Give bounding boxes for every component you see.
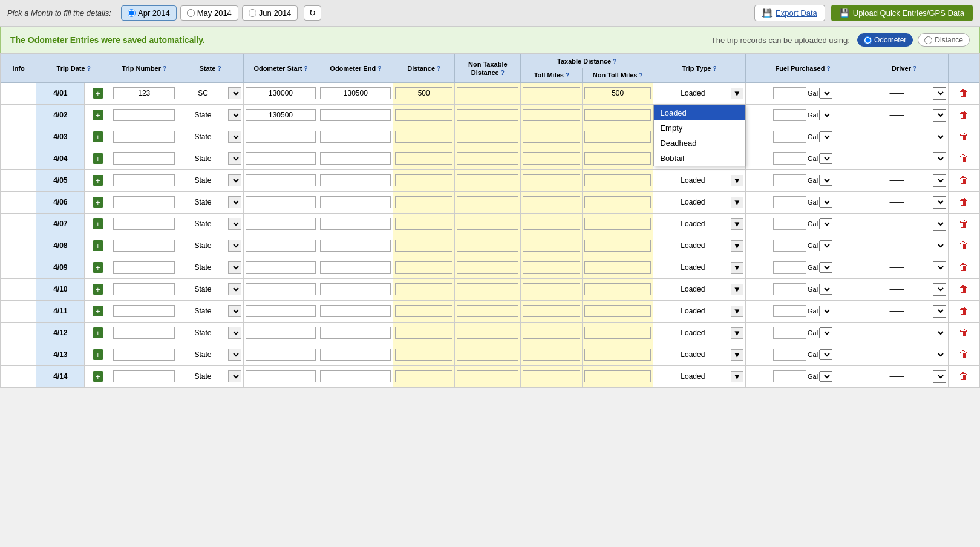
non-tax-input[interactable] <box>457 370 518 382</box>
delete-row-button[interactable]: 🗑 <box>959 218 969 229</box>
add-row-button[interactable]: + <box>93 349 103 360</box>
state-cell-11[interactable]: State <box>177 322 243 344</box>
toll-miles-cell-9[interactable] <box>521 278 583 300</box>
state-select[interactable] <box>228 109 241 121</box>
delete-row-button[interactable]: 🗑 <box>959 240 969 251</box>
non-tax-cell-9[interactable] <box>455 278 521 300</box>
distance-cell-6[interactable] <box>393 213 455 235</box>
unit-select[interactable]: Gal <box>819 175 832 186</box>
add-row-button[interactable]: + <box>93 110 103 120</box>
add-row-button[interactable]: + <box>93 197 103 208</box>
trip-type-dropdown-btn[interactable]: ▼ <box>731 218 743 230</box>
non-toll-input[interactable] <box>584 174 651 186</box>
non-tax-input[interactable] <box>457 283 518 295</box>
non-toll-cell-5[interactable] <box>583 191 653 213</box>
driver-select[interactable] <box>933 196 946 209</box>
driver-cell-0[interactable]: —— <box>860 82 949 104</box>
odo-start-input[interactable] <box>246 261 316 274</box>
odo-end-input[interactable] <box>320 152 391 165</box>
trip-type-cell-4[interactable]: Loaded ▼ <box>653 169 745 191</box>
delete-cell-13[interactable]: 🗑 <box>948 365 979 387</box>
distance-input[interactable] <box>395 174 452 186</box>
non-tax-input[interactable] <box>457 196 518 208</box>
fuel-cell-5[interactable]: Gal Gal <box>745 191 860 213</box>
non-toll-cell-8[interactable] <box>583 257 653 278</box>
state-select[interactable] <box>228 370 241 382</box>
fuel-input[interactable] <box>773 87 806 99</box>
trip-num-input[interactable] <box>113 349 175 361</box>
trip-num-input[interactable] <box>113 327 175 339</box>
odo-end-input[interactable] <box>320 218 391 230</box>
trip-type-cell-8[interactable]: Loaded ▼ <box>653 257 745 278</box>
driver-cell-8[interactable]: —— <box>860 257 949 278</box>
odo-end-input[interactable] <box>320 109 391 121</box>
add-cell-4[interactable]: + <box>85 169 111 191</box>
odo-start-input[interactable] <box>246 240 316 252</box>
distance-cell-8[interactable] <box>393 257 455 278</box>
toll-miles-cell-8[interactable] <box>521 257 583 278</box>
non-tax-cell-8[interactable] <box>455 257 521 278</box>
odo-start-cell-3[interactable] <box>243 148 318 169</box>
driver-select[interactable] <box>933 349 946 361</box>
add-cell-7[interactable]: + <box>85 235 111 257</box>
driver-select[interactable] <box>933 240 946 252</box>
delete-row-button[interactable]: 🗑 <box>959 284 969 295</box>
toll-miles-cell-3[interactable] <box>521 148 583 169</box>
non-tax-input[interactable] <box>457 131 518 143</box>
non-tax-input[interactable] <box>457 327 518 339</box>
distance-input[interactable] <box>395 152 452 165</box>
delete-row-button[interactable]: 🗑 <box>959 88 969 99</box>
odo-start-cell-11[interactable] <box>243 322 318 344</box>
non-toll-input[interactable] <box>584 261 651 274</box>
delete-row-button[interactable]: 🗑 <box>959 131 969 142</box>
delete-row-button[interactable]: 🗑 <box>959 197 969 208</box>
driver-cell-2[interactable]: —— <box>860 126 949 148</box>
toll-miles-input[interactable] <box>523 370 580 382</box>
toll-miles-cell-4[interactable] <box>521 169 583 191</box>
fuel-input[interactable] <box>773 283 806 295</box>
odo-start-cell-4[interactable] <box>243 169 318 191</box>
driver-select[interactable] <box>933 283 946 296</box>
trip-type-cell-10[interactable]: Loaded ▼ <box>653 300 745 322</box>
non-toll-input[interactable] <box>584 327 651 339</box>
month-option-jun2014[interactable]: Jun 2014 <box>242 5 298 21</box>
odo-end-input[interactable] <box>320 283 391 295</box>
delete-cell-0[interactable]: 🗑 <box>948 82 979 104</box>
distance-cell-7[interactable] <box>393 235 455 257</box>
state-select[interactable] <box>228 305 241 317</box>
trip-num-input[interactable] <box>113 261 175 274</box>
odo-start-cell-8[interactable] <box>243 257 318 278</box>
add-row-button[interactable]: + <box>93 175 103 186</box>
odo-start-input[interactable] <box>246 87 316 99</box>
delete-cell-9[interactable]: 🗑 <box>948 278 979 300</box>
driver-select[interactable] <box>933 174 946 187</box>
distance-cell-11[interactable] <box>393 322 455 344</box>
fuel-input[interactable] <box>773 218 806 230</box>
odo-start-input[interactable] <box>246 131 316 143</box>
toll-miles-cell-0[interactable] <box>521 82 583 104</box>
non-tax-cell-4[interactable] <box>455 169 521 191</box>
odo-end-input[interactable] <box>320 131 391 143</box>
unit-select[interactable]: Gal <box>819 327 832 338</box>
fuel-input[interactable] <box>773 109 806 121</box>
distance-input[interactable] <box>395 131 452 143</box>
non-toll-cell-7[interactable] <box>583 235 653 257</box>
non-tax-input[interactable] <box>457 152 518 165</box>
odo-end-cell-6[interactable] <box>318 213 393 235</box>
odo-start-cell-5[interactable] <box>243 191 318 213</box>
delete-cell-3[interactable]: 🗑 <box>948 148 979 169</box>
fuel-input[interactable] <box>773 349 806 361</box>
toll-miles-cell-7[interactable] <box>521 235 583 257</box>
state-cell-9[interactable]: State <box>177 278 243 300</box>
toll-miles-cell-1[interactable] <box>521 104 583 126</box>
delete-cell-5[interactable]: 🗑 <box>948 191 979 213</box>
non-toll-input[interactable] <box>584 349 651 361</box>
month-option-may2014[interactable]: May 2014 <box>180 5 238 21</box>
odo-start-input[interactable] <box>246 152 316 165</box>
odo-start-input[interactable] <box>246 196 316 208</box>
distance-cell-13[interactable] <box>393 365 455 387</box>
distance-input[interactable] <box>395 240 452 252</box>
delete-row-button[interactable]: 🗑 <box>959 327 969 338</box>
fuel-cell-13[interactable]: Gal Gal <box>745 365 860 387</box>
toll-miles-cell-12[interactable] <box>521 344 583 365</box>
